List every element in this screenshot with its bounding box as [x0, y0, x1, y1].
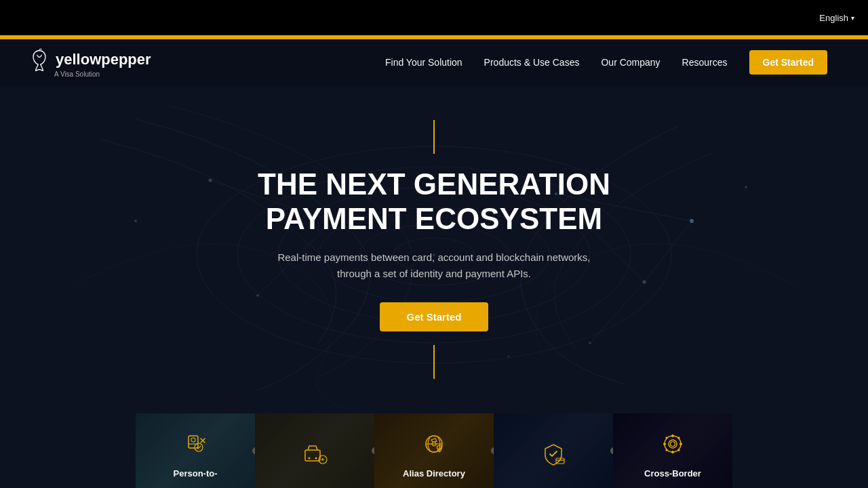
- svg-point-25: [191, 438, 195, 442]
- ecommerce-icon: [301, 441, 328, 473]
- hero-section: THE NEXT GENERATIONPAYMENT ECOSYSTEM Rea…: [0, 85, 868, 413]
- logo: yellowpepper: [27, 47, 151, 72]
- card-separator-dot-2: [372, 447, 374, 454]
- svg-rect-45: [663, 443, 666, 445]
- nav-link-resources[interactable]: Resources: [682, 57, 728, 68]
- card-alias-directory[interactable]: Alias Directory: [374, 413, 494, 488]
- person-to-icon: [182, 430, 209, 463]
- svg-rect-49: [665, 449, 668, 451]
- hero-line-bottom: [433, 345, 435, 379]
- nav-link-our-company[interactable]: Our Company: [601, 57, 660, 68]
- card-separator-dot: [252, 447, 255, 454]
- cross-border-icon: [659, 430, 686, 463]
- card-person-to[interactable]: Person-to-: [136, 413, 255, 488]
- get-started-hero-button[interactable]: Get Started: [380, 302, 489, 331]
- top-bar: English ▾: [0, 0, 868, 35]
- card-cross-border[interactable]: Cross-Border: [613, 413, 732, 488]
- hero-content: THE NEXT GENERATIONPAYMENT ECOSYSTEM Rea…: [258, 120, 610, 379]
- svg-point-29: [195, 443, 203, 451]
- hero-line-top: [433, 120, 435, 154]
- hero-title: THE NEXT GENERATIONPAYMENT ECOSYSTEM: [258, 167, 610, 236]
- svg-rect-43: [672, 434, 674, 437]
- logo-text: yellowpepper: [56, 51, 151, 68]
- svg-rect-44: [672, 451, 674, 453]
- card-separator-dot-4: [610, 447, 613, 454]
- nav-links: Find Your Solution Products & Use Cases …: [385, 50, 827, 75]
- svg-rect-46: [679, 443, 682, 445]
- nav-item-resources[interactable]: Resources: [682, 56, 728, 68]
- hero-subtitle: Real-time payments between card, account…: [271, 249, 597, 282]
- card-separator-dot-3: [491, 447, 494, 454]
- svg-point-51: [671, 442, 675, 447]
- card-cross-border-label: Cross-Border: [644, 468, 701, 479]
- card-payment-auth[interactable]: [494, 413, 613, 488]
- language-selector[interactable]: English ▾: [819, 13, 854, 23]
- get-started-nav-button[interactable]: Get Started: [749, 50, 827, 75]
- nav-item-find-solution[interactable]: Find Your Solution: [385, 56, 462, 68]
- card-person-to-label: Person-to-: [174, 468, 218, 479]
- nav-item-products[interactable]: Products & Use Cases: [484, 56, 580, 68]
- svg-point-42: [669, 440, 677, 448]
- navbar: yellowpepper A Visa Solution Find Your S…: [0, 39, 868, 85]
- svg-rect-30: [305, 450, 320, 461]
- nav-link-products[interactable]: Products & Use Cases: [484, 57, 580, 68]
- logo-icon: [27, 47, 52, 72]
- card-ecommerce[interactable]: [255, 413, 374, 488]
- cards-container: Person-to-: [0, 413, 868, 488]
- logo-subtitle: A Visa Solution: [54, 70, 100, 78]
- svg-rect-47: [665, 436, 668, 439]
- svg-point-16: [745, 186, 747, 188]
- svg-point-34: [309, 458, 311, 460]
- svg-point-15: [134, 220, 137, 222]
- payment-auth-icon: [540, 441, 567, 473]
- svg-rect-48: [677, 436, 680, 439]
- svg-rect-50: [677, 449, 680, 451]
- alias-directory-icon: [420, 430, 448, 463]
- chevron-down-icon: ▾: [851, 14, 854, 22]
- card-alias-directory-label: Alias Directory: [403, 468, 465, 479]
- cards-section: Person-to-: [0, 413, 868, 488]
- nav-item-our-company[interactable]: Our Company: [601, 56, 660, 68]
- language-label: English: [819, 13, 848, 23]
- svg-point-35: [315, 458, 317, 460]
- logo-area[interactable]: yellowpepper A Visa Solution: [27, 47, 151, 78]
- nav-cta[interactable]: Get Started: [749, 50, 827, 75]
- nav-link-find-solution[interactable]: Find Your Solution: [385, 57, 462, 68]
